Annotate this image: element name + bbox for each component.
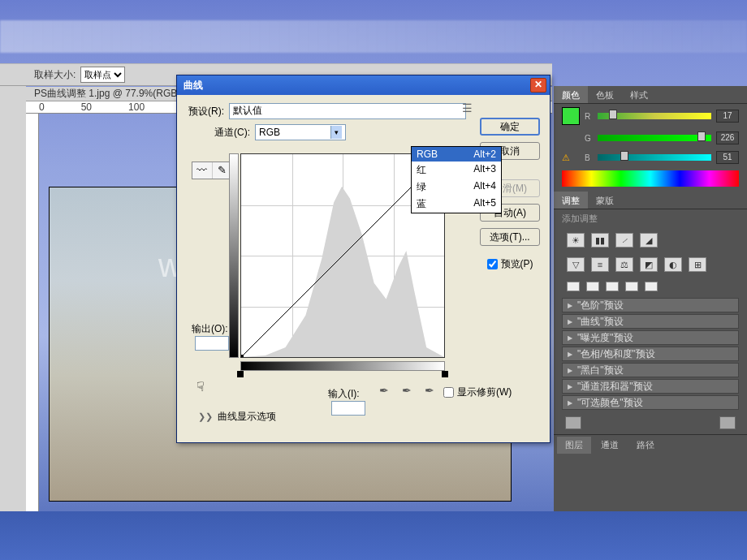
curve-pencil-tools[interactable]: 〰✎ bbox=[192, 162, 232, 179]
color-spectrum[interactable] bbox=[562, 170, 739, 187]
preset-levels[interactable]: ▶"色阶"预设 bbox=[562, 298, 739, 312]
expand-view-icon[interactable] bbox=[565, 416, 581, 429]
threshold-icon[interactable] bbox=[606, 282, 619, 291]
ruler-tick: 50 bbox=[81, 101, 92, 113]
trash-icon[interactable] bbox=[719, 416, 736, 429]
preset-label: "色相/饱和度"预设 bbox=[577, 347, 655, 361]
tab-mask[interactable]: 蒙版 bbox=[588, 192, 622, 209]
black-eyedropper-icon[interactable]: ✒ bbox=[377, 383, 391, 398]
balance-icon[interactable]: ⚖ bbox=[615, 257, 633, 272]
slider-g-value[interactable]: 226 bbox=[716, 131, 739, 144]
channel-menu-rgb[interactable]: RGBAlt+2 bbox=[412, 147, 501, 162]
black-point-handle[interactable] bbox=[237, 371, 244, 377]
curves-icon[interactable]: ⟋ bbox=[615, 233, 633, 248]
white-eyedropper-icon[interactable]: ✒ bbox=[422, 383, 437, 398]
dialog-titlebar[interactable]: 曲线 ✕ bbox=[177, 75, 550, 95]
svg-rect-2 bbox=[241, 355, 244, 357]
left-toolbar bbox=[0, 63, 26, 511]
chevron-right-icon: ▶ bbox=[568, 302, 572, 309]
channel-menu-green[interactable]: 绿Alt+4 bbox=[412, 179, 501, 196]
preset-channel-mixer[interactable]: ▶"通道混和器"预设 bbox=[562, 379, 739, 394]
brightness-icon[interactable]: ☀ bbox=[567, 233, 585, 248]
show-clipping-checkbox[interactable] bbox=[443, 387, 454, 398]
bw-icon[interactable]: ◩ bbox=[640, 257, 658, 272]
channel-mixer-icon[interactable]: ⊞ bbox=[689, 257, 706, 272]
preset-curves[interactable]: ▶"曲线"预设 bbox=[562, 314, 739, 329]
menu-item-label: RGB bbox=[417, 149, 438, 160]
tab-paths[interactable]: 路径 bbox=[628, 437, 663, 454]
preset-label: "曝光度"预设 bbox=[577, 331, 633, 345]
tab-color[interactable]: 颜色 bbox=[554, 86, 588, 103]
channel-menu: RGBAlt+2 红Alt+3 绿Alt+4 蓝Alt+5 bbox=[411, 146, 502, 213]
input-field[interactable] bbox=[331, 401, 365, 416]
gamut-warning-icon: ⚠ bbox=[562, 153, 570, 163]
sample-size-select[interactable]: 取样点 bbox=[80, 67, 125, 83]
channel-value: RGB bbox=[259, 127, 280, 138]
input-label: 输入(I): bbox=[328, 388, 360, 399]
preview-label: 预览(P) bbox=[501, 257, 533, 271]
foreground-swatch[interactable] bbox=[562, 107, 580, 125]
tab-channels[interactable]: 通道 bbox=[593, 437, 627, 454]
ok-button[interactable]: 确定 bbox=[480, 118, 540, 136]
adjustment-icons-row2: ▽ ≡ ⚖ ◩ ◐ ⊞ bbox=[554, 252, 747, 277]
invert-icon[interactable] bbox=[567, 282, 580, 291]
levels-icon[interactable]: ▮▮ bbox=[591, 233, 609, 248]
adjustment-icons-row3 bbox=[554, 277, 747, 296]
tab-swatches[interactable]: 色板 bbox=[588, 86, 622, 103]
preset-hsl[interactable]: ▶"色相/饱和度"预设 bbox=[562, 347, 739, 361]
options-button[interactable]: 选项(T)... bbox=[480, 228, 540, 246]
white-point-handle[interactable] bbox=[442, 371, 448, 377]
exposure-icon[interactable]: ◢ bbox=[640, 233, 658, 248]
slider-b[interactable] bbox=[598, 153, 711, 162]
channel-menu-blue[interactable]: 蓝Alt+5 bbox=[412, 196, 501, 213]
document-tab-title: PS曲线调整 1.jpg @ 77.9%(RGB/8) bbox=[34, 88, 188, 99]
photo-filter-icon[interactable]: ◐ bbox=[664, 257, 682, 272]
curve-display-options-label[interactable]: 曲线显示选项 bbox=[218, 410, 276, 424]
background-water bbox=[0, 511, 747, 560]
preset-label: "曲线"预设 bbox=[577, 315, 624, 329]
gray-eyedropper-icon[interactable]: ✒ bbox=[399, 383, 414, 398]
channel-b-label: B bbox=[585, 153, 593, 162]
preset-exposure[interactable]: ▶"曝光度"预设 bbox=[562, 330, 739, 345]
preset-select[interactable]: 默认值 bbox=[229, 103, 466, 119]
vibrance-icon[interactable]: ▽ bbox=[567, 257, 585, 272]
slider-r[interactable] bbox=[598, 111, 711, 121]
preset-selective-color[interactable]: ▶"可选颜色"预设 bbox=[562, 395, 739, 410]
slider-g[interactable] bbox=[598, 133, 711, 143]
menu-item-accel: Alt+3 bbox=[473, 163, 496, 177]
preset-label: "可选颜色"预设 bbox=[577, 396, 643, 410]
add-adjustment-label: 添加调整 bbox=[554, 209, 747, 228]
gradient-map-icon[interactable] bbox=[625, 282, 638, 291]
menu-item-label: 红 bbox=[417, 163, 426, 177]
curve-point-icon: 〰 bbox=[192, 162, 213, 179]
close-button[interactable]: ✕ bbox=[530, 78, 546, 93]
preview-checkbox[interactable] bbox=[487, 259, 498, 269]
layers-panel-tabs: 图层 通道 路径 bbox=[554, 434, 747, 455]
tab-layers[interactable]: 图层 bbox=[557, 437, 591, 454]
channel-r-label: R bbox=[585, 112, 593, 121]
slider-b-value[interactable]: 51 bbox=[716, 151, 739, 164]
preset-label: "黑白"预设 bbox=[577, 364, 624, 377]
posterize-icon[interactable] bbox=[586, 282, 599, 291]
show-clipping-label: 显示修剪(W) bbox=[457, 386, 512, 399]
preset-bw[interactable]: ▶"黑白"预设 bbox=[562, 363, 739, 377]
selective-color-icon[interactable] bbox=[645, 282, 658, 291]
output-label: 输出(O): bbox=[192, 323, 228, 334]
targeted-adjust-icon[interactable]: ☟ bbox=[196, 379, 205, 394]
curve-edit-tools: 〰✎ bbox=[192, 162, 232, 179]
slider-r-value[interactable]: 17 bbox=[716, 110, 739, 123]
adjust-panel-tabs: 调整 蒙版 bbox=[554, 192, 747, 209]
hue-icon[interactable]: ≡ bbox=[591, 257, 609, 272]
tab-styles[interactable]: 样式 bbox=[622, 86, 656, 103]
menu-item-accel: Alt+5 bbox=[473, 197, 496, 211]
channel-select[interactable]: RGB ▾ bbox=[255, 124, 346, 140]
preset-menu-icon[interactable]: ☰ bbox=[462, 101, 473, 114]
output-field[interactable] bbox=[195, 336, 229, 351]
preset-label: "通道混和器"预设 bbox=[577, 380, 653, 394]
chevron-right-icon: ▶ bbox=[568, 383, 572, 390]
chevron-right-icon: ▶ bbox=[568, 399, 572, 407]
tab-adjust[interactable]: 调整 bbox=[554, 192, 588, 209]
chevron-down-icon[interactable]: ❯❯ bbox=[198, 411, 213, 422]
right-panel-stack: 颜色 色板 样式 R 17 G 226 ⚠ B 51 调整 蒙版 添加调整 ☀ … bbox=[554, 86, 747, 511]
channel-menu-red[interactable]: 红Alt+3 bbox=[412, 162, 501, 179]
